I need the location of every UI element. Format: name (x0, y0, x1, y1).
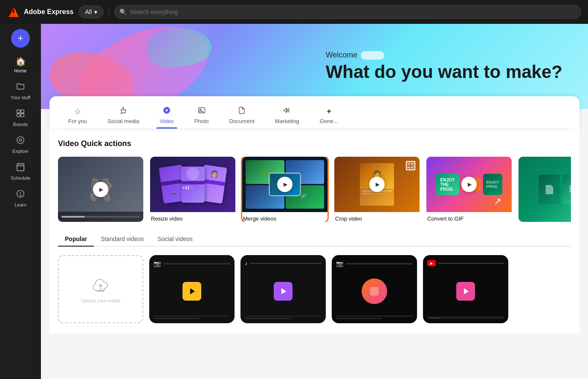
sidebar-label-explore: Explore (12, 149, 28, 154)
quick-actions-row: 🩰 Trim video (58, 157, 571, 222)
tab-generate[interactable]: ✦ Gene... (310, 103, 348, 129)
svg-point-22 (200, 109, 201, 110)
instagram-icon: 📷 (154, 260, 161, 267)
upload-label: Upload your media (81, 298, 120, 303)
hero-headline: What do you want to make? (326, 62, 562, 82)
tab-for-you[interactable]: ☆ For you (58, 103, 97, 129)
svg-marker-27 (281, 288, 286, 294)
svg-rect-4 (17, 110, 20, 113)
create-button[interactable]: + (11, 29, 30, 48)
crop-video-thumb: 👩‍💼 (334, 157, 420, 212)
template-grid: Upload your media 📷 (58, 255, 571, 323)
svg-marker-23 (284, 108, 287, 113)
svg-point-9 (19, 139, 22, 141)
reel-icon: 📷 (336, 260, 343, 267)
tab-label-marketing: Marketing (275, 118, 299, 124)
gif-play-button[interactable] (461, 177, 477, 192)
yt-play-icon (461, 286, 471, 296)
tmpl-tab-popular[interactable]: Popular (58, 232, 94, 247)
tmpl-tab-standard[interactable]: Standard videos (94, 232, 151, 247)
svg-rect-24 (287, 109, 288, 112)
content-section: Video Quick actions 🩰 Trim video (49, 129, 579, 333)
document-icon (238, 106, 246, 116)
tmpl-card-upload[interactable]: Upload your media (58, 255, 143, 323)
explore-icon (16, 135, 25, 147)
sidebar-item-schedule[interactable]: Schedule (3, 159, 38, 184)
video-icon (163, 106, 171, 116)
photo-icon (198, 106, 206, 116)
svg-rect-6 (17, 114, 20, 117)
learn-icon (16, 189, 25, 201)
adobe-logo-icon (7, 5, 20, 19)
svg-rect-7 (21, 114, 24, 117)
template-tabs: Popular Standard videos Social videos (58, 232, 571, 247)
filter-dropdown[interactable]: All ▾ (78, 6, 104, 18)
merge-videos-label: Merge videos (242, 215, 327, 222)
logo-area: Adobe Express (7, 5, 73, 19)
svg-point-8 (17, 137, 24, 144)
qa-card-trim-video[interactable]: 🩰 Trim video (58, 157, 143, 222)
crop-video-label: Crop video (334, 215, 420, 222)
merge-play-button[interactable] (277, 177, 293, 192)
generate-icon: ✦ (326, 107, 332, 116)
tabs-row: ☆ For you Social media Video Photo (58, 103, 571, 129)
sidebar-item-learn[interactable]: Learn (3, 186, 38, 211)
sidebar-item-brands[interactable]: Brands (3, 105, 38, 130)
tiktok-icon: ♪ (245, 260, 248, 267)
search-wrapper: 🔍 (114, 5, 581, 19)
svg-rect-5 (21, 110, 24, 113)
tab-label-photo: Photo (194, 118, 209, 124)
qa-card-merge-videos[interactable]: 🌿 🌊 (242, 157, 327, 222)
tab-label-document: Document (229, 118, 255, 124)
tab-social-media[interactable]: Social media (97, 103, 149, 129)
tab-label-social-media: Social media (107, 118, 139, 124)
tmpl-card-tiktok[interactable]: ♪ (240, 255, 326, 323)
svg-rect-10 (17, 164, 24, 171)
tmpl-card-reel[interactable]: 📷 (332, 255, 417, 323)
tab-document[interactable]: Document (219, 103, 265, 129)
qa-card-crop-video[interactable]: 👩‍💼 Crop video (334, 157, 420, 222)
qa-card-animate-from[interactable]: 📄 🖼 🔗 Animate fro... (518, 157, 571, 222)
quick-actions-grid: 🩰 Trim video (58, 157, 571, 222)
sidebar-item-your-stuff[interactable]: Your stuff (3, 78, 38, 103)
app-name: Adobe Express (24, 8, 73, 16)
svg-marker-28 (464, 288, 469, 294)
thumbs-up-icon (119, 106, 127, 116)
search-icon: 🔍 (119, 9, 127, 15)
brands-icon (16, 109, 25, 120)
tab-marketing[interactable]: Marketing (265, 103, 310, 129)
youtube-icon: ▶ (427, 260, 436, 266)
tab-photo[interactable]: Photo (184, 103, 219, 129)
animate-from-thumb: 📄 🖼 🔗 (518, 157, 571, 222)
schedule-icon (16, 162, 25, 174)
crop-play-button[interactable] (369, 177, 385, 192)
topbar: Adobe Express All ▾ 🔍 (0, 0, 588, 24)
template-cards-row: Upload your media 📷 (58, 255, 571, 323)
trim-video-thumb: 🩰 (58, 157, 143, 222)
trim-play-button[interactable] (93, 182, 108, 197)
svg-marker-26 (190, 288, 195, 294)
tab-label-for-you: For you (68, 118, 87, 124)
qa-card-convert-gif[interactable]: ENJOYTHEPROG GIF ENJOYPROG ↗ Convert to … (426, 157, 512, 222)
tmpl-card-instagram[interactable]: 📷 (149, 255, 235, 323)
merge-videos-thumb: 🌿 🌊 (242, 157, 327, 212)
qa-card-resize-video[interactable]: 📷 ▶ ▌▌ ⟨⟩ 👩 (150, 157, 235, 222)
search-input[interactable] (114, 5, 581, 19)
sidebar-label-your-stuff: Your stuff (11, 95, 30, 100)
sidebar-item-explore[interactable]: Explore (3, 132, 38, 157)
upload-cloud-icon (90, 275, 111, 296)
sidebar-item-home[interactable]: 🏠 Home (3, 53, 38, 77)
quick-actions-title: Video Quick actions (58, 139, 571, 148)
tmpl-tab-social[interactable]: Social videos (151, 232, 200, 247)
tab-video[interactable]: Video (150, 103, 184, 129)
marketing-icon (283, 106, 291, 116)
hero-text: Welcome What do you want to make? (326, 51, 562, 82)
main-content: Welcome What do you want to make? ☆ For … (41, 24, 588, 379)
user-name-pill (361, 51, 384, 60)
hero-welcome: Welcome (326, 51, 562, 60)
tab-label-generate: Gene... (320, 118, 338, 124)
sidebar-label-learn: Learn (14, 202, 26, 207)
sidebar: + 🏠 Home Your stuff Brands Explore Sched… (0, 24, 41, 379)
tabs-container: ☆ For you Social media Video Photo (49, 96, 579, 129)
tmpl-card-youtube[interactable]: ▶ (423, 255, 508, 323)
